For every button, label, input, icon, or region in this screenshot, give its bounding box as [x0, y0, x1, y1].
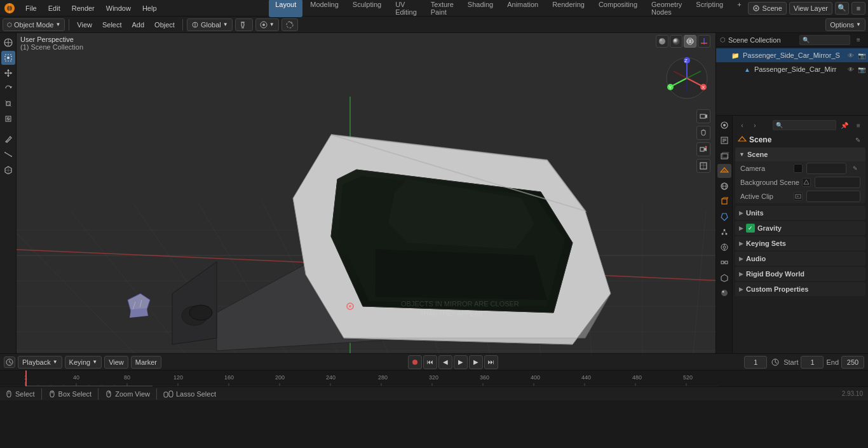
proportional2-btn[interactable]: [281, 18, 298, 31]
end-frame-input[interactable]: 250: [841, 356, 864, 369]
keying-btn[interactable]: Keying ▼: [65, 356, 102, 369]
tab-modeling[interactable]: Modeling: [304, 0, 345, 17]
tab-sculpting[interactable]: Sculpting: [346, 0, 388, 17]
prop-modifier-btn[interactable]: [717, 210, 731, 224]
prop-constraints-btn[interactable]: [717, 255, 731, 269]
hand-tool-btn[interactable]: [696, 126, 710, 140]
outliner-search[interactable]: 🔍: [799, 35, 850, 45]
prop-render-btn[interactable]: [717, 118, 731, 132]
start-frame-input[interactable]: 1: [801, 356, 824, 369]
visibility-icon-1[interactable]: 👁: [848, 66, 854, 73]
step-fwd-btn[interactable]: ▶: [469, 355, 483, 369]
prop-physics-btn[interactable]: [717, 240, 731, 254]
visibility-icon-0[interactable]: 👁: [848, 52, 854, 59]
jump-end-btn[interactable]: ⏭: [484, 355, 498, 369]
tab-geometry-nodes[interactable]: Geometry Nodes: [645, 0, 688, 17]
menu-render[interactable]: Render: [67, 3, 100, 13]
transform-orientation-btn[interactable]: Global ▼: [187, 18, 233, 31]
camera-view-btn[interactable]: [696, 109, 710, 123]
scale-tool[interactable]: [1, 97, 15, 111]
add-object-tool[interactable]: [1, 163, 15, 177]
jump-start-btn[interactable]: ⏮: [423, 355, 437, 369]
gravity-checkbox[interactable]: ✓: [746, 224, 755, 233]
prop-particles-btn[interactable]: [717, 225, 731, 239]
render-icon-0[interactable]: 📷: [858, 52, 865, 59]
view-layer-btn[interactable]: View Layer: [789, 2, 832, 15]
viewport[interactable]: User Perspective (1) Scene Collection: [17, 33, 715, 353]
active-clip-value[interactable]: [806, 191, 860, 202]
transform-tool[interactable]: [1, 112, 15, 126]
custom-props-section-header[interactable]: ▶ Custom Properties: [735, 282, 865, 296]
select-menu-btn[interactable]: Select: [98, 20, 126, 30]
scene-btn[interactable]: [696, 159, 710, 173]
bg-scene-value[interactable]: [815, 177, 860, 188]
menu-edit[interactable]: Edit: [43, 3, 65, 13]
viewport-overlay-btn[interactable]: [684, 35, 696, 48]
outliner-filter-btn[interactable]: ≡: [853, 34, 864, 46]
prop-output-btn[interactable]: [717, 133, 731, 147]
prop-scene-section-header[interactable]: ▼ Scene: [735, 147, 865, 161]
snap-btn[interactable]: [235, 18, 253, 31]
prop-object-btn[interactable]: [717, 194, 731, 208]
add-menu-btn[interactable]: Add: [128, 20, 149, 30]
cursor-tool[interactable]: [1, 36, 15, 50]
view-menu-btn[interactable]: View: [73, 20, 96, 30]
tab-compositing[interactable]: Compositing: [592, 0, 644, 17]
prop-material-btn[interactable]: [717, 286, 731, 300]
move-tool[interactable]: [1, 66, 15, 80]
options-btn[interactable]: Options ▼: [825, 18, 865, 31]
viewport-shading-material[interactable]: [670, 35, 682, 48]
tab-texture-paint[interactable]: Texture Paint: [424, 0, 460, 17]
timeline-ruler-area[interactable]: 1 40 80 120 160 200 240 280 320 360 400 …: [0, 370, 868, 386]
menu-file[interactable]: File: [20, 3, 42, 13]
prop-filter-btn[interactable]: ≡: [853, 119, 864, 131]
object-menu-btn[interactable]: Object: [151, 20, 179, 30]
view-timeline-btn[interactable]: View: [104, 356, 128, 369]
record-btn[interactable]: [408, 355, 422, 369]
tab-animation[interactable]: Animation: [501, 0, 545, 17]
prop-world-btn[interactable]: [717, 179, 731, 193]
audio-section-header[interactable]: ▶ Audio: [735, 252, 865, 266]
camera-eyedropper[interactable]: ✎: [850, 163, 860, 173]
units-section-header[interactable]: ▶ Units: [735, 206, 865, 220]
prop-pin-btn[interactable]: 📌: [839, 119, 850, 131]
keying-sets-section-header[interactable]: ▶ Keying Sets: [735, 236, 865, 250]
camera-record-btn[interactable]: [696, 142, 710, 156]
camera-value[interactable]: [806, 163, 846, 174]
measure-tool[interactable]: [1, 147, 15, 161]
prop-nav-btn2[interactable]: ›: [749, 119, 761, 131]
rigid-body-section-header[interactable]: ▶ Rigid Body World: [735, 267, 865, 281]
blender-logo[interactable]: [3, 1, 17, 15]
mode-select-btn[interactable]: ⬡ Object Mode ▼: [3, 18, 65, 31]
prop-nav-btn[interactable]: ‹: [736, 119, 748, 131]
prop-data-btn[interactable]: [717, 271, 731, 285]
play-btn[interactable]: ▶: [454, 355, 468, 369]
proportional-btn[interactable]: ▼: [255, 18, 279, 31]
scene-selector[interactable]: Scene: [748, 2, 787, 15]
viewport-gizmo-btn[interactable]: [698, 35, 710, 48]
select-box-tool[interactable]: [1, 51, 15, 65]
current-frame-input[interactable]: 1: [744, 356, 767, 369]
prop-search[interactable]: 🔍: [773, 120, 836, 130]
camera-color-swatch[interactable]: [794, 164, 803, 173]
gravity-section-header[interactable]: ▶ ✓ Gravity: [735, 221, 865, 235]
timeline-clock-btn[interactable]: [4, 356, 15, 368]
prop-scene-edit-btn[interactable]: ✎: [853, 135, 863, 145]
active-clip-icon[interactable]: [794, 192, 803, 201]
tab-layout[interactable]: Layout: [269, 0, 302, 17]
step-back-btn[interactable]: ◀: [438, 355, 452, 369]
tab-uv-editing[interactable]: UV Editing: [389, 0, 423, 17]
outliner-row-0[interactable]: 📁 Passenger_Side_Car_Mirror_S 👁 📷: [716, 48, 868, 62]
tab-shading[interactable]: Shading: [461, 0, 499, 17]
search-btn[interactable]: 🔍: [835, 2, 849, 15]
render-icon-1[interactable]: 📷: [858, 66, 865, 73]
outliner-row-1[interactable]: ▲ Passenger_Side_Car_Mirr 👁 📷: [716, 62, 868, 76]
playback-btn[interactable]: Playback ▼: [18, 356, 62, 369]
menu-window[interactable]: Window: [101, 3, 136, 13]
filter-btn[interactable]: ≡: [851, 2, 865, 15]
marker-btn[interactable]: Marker: [131, 356, 161, 369]
viewport-shading-solid[interactable]: [656, 35, 668, 48]
prop-scene-btn[interactable]: [717, 164, 731, 178]
annotate-tool[interactable]: [1, 132, 15, 146]
nav-gizmo[interactable]: Z X Y: [665, 56, 709, 100]
